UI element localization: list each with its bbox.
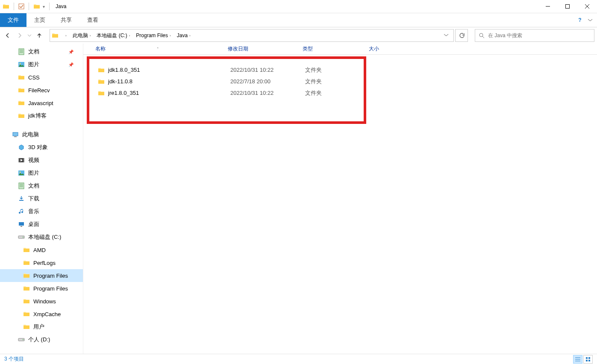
file-row[interactable]: jre1.8.0_351 2022/10/31 10:22 文件夹	[86, 87, 597, 99]
qat-dropdown-icon[interactable]: ▾	[43, 4, 45, 9]
window-title: Java	[56, 3, 66, 9]
navigation-bar: › 此电脑› 本地磁盘 (C:)› Program Files› Java›	[0, 27, 597, 44]
sidebar-item-javascript[interactable]: Javascript	[0, 97, 83, 109]
pin-icon: 📌	[68, 50, 74, 54]
sidebar-item-filerecv[interactable]: FileRecv	[0, 84, 83, 97]
svg-rect-28	[586, 360, 588, 361]
address-dropdown-button[interactable]	[441, 31, 452, 40]
sidebar-item-xmpcache[interactable]: XmpCache	[0, 308, 83, 320]
column-header-size[interactable]: 大小	[365, 45, 400, 53]
sidebar-item-program-files-x86[interactable]: Program Files	[0, 282, 83, 295]
folder-icon	[3, 3, 9, 10]
qat-folder-icon[interactable]	[33, 3, 40, 10]
content-area: 名称˄ 修改日期 类型 大小 jdk1.8.0_351 2022/10/31 1…	[83, 44, 597, 354]
sidebar-item-css[interactable]: CSS	[0, 71, 83, 84]
folder-icon	[52, 32, 59, 39]
folder-icon	[98, 90, 105, 97]
svg-rect-29	[588, 360, 590, 361]
tab-share[interactable]: 共享	[53, 13, 79, 27]
ribbon: 文件 主页 共享 查看 ?	[0, 13, 597, 27]
column-headers: 名称˄ 修改日期 类型 大小	[83, 44, 597, 55]
file-row[interactable]: jdk1.8.0_351 2022/10/31 10:22 文件夹	[86, 64, 597, 76]
sidebar-item-documents[interactable]: 文档📌	[0, 45, 83, 58]
breadcrumb-thispc[interactable]: 此电脑›	[70, 31, 94, 41]
sidebar-item-amd[interactable]: AMD	[0, 244, 83, 256]
svg-rect-27	[588, 357, 590, 359]
sidebar-item-perflogs[interactable]: PerfLogs	[0, 256, 83, 269]
folder-icon	[98, 67, 105, 73]
refresh-button[interactable]	[455, 29, 468, 42]
qat-checkbox-icon[interactable]	[18, 3, 24, 9]
sidebar-item-users[interactable]: 用户	[0, 320, 83, 333]
recent-dropdown-button[interactable]	[26, 30, 32, 41]
sidebar-item-3dobjects[interactable]: 3D 对象	[0, 141, 83, 154]
breadcrumb-drive-c[interactable]: 本地磁盘 (C:)›	[94, 31, 132, 41]
search-icon	[479, 32, 485, 38]
status-text: 3 个项目	[4, 355, 24, 363]
svg-rect-26	[586, 357, 588, 359]
sidebar-item-pictures[interactable]: 图片📌	[0, 58, 83, 71]
thumbnails-view-button[interactable]	[583, 355, 593, 364]
sidebar-item-thispc[interactable]: 此电脑	[0, 128, 83, 141]
minimize-button[interactable]	[538, 0, 558, 13]
search-input[interactable]	[488, 32, 591, 38]
sidebar-item-thispc-pictures[interactable]: 图片	[0, 167, 83, 179]
close-button[interactable]	[577, 0, 597, 13]
pin-icon: 📌	[68, 62, 74, 67]
sidebar-item-jdkblog[interactable]: jdk博客	[0, 109, 83, 122]
search-box[interactable]	[475, 29, 594, 42]
sidebar-item-music[interactable]: 音乐	[0, 205, 83, 218]
maximize-button[interactable]	[558, 0, 577, 13]
sidebar-item-windows[interactable]: Windows	[0, 295, 83, 308]
tab-home[interactable]: 主页	[26, 13, 53, 27]
file-list[interactable]: jdk1.8.0_351 2022/10/31 10:22 文件夹 jdk-11…	[83, 55, 597, 354]
svg-line-22	[482, 36, 484, 38]
tab-view[interactable]: 查看	[79, 13, 106, 27]
title-bar: ▾ Java	[0, 0, 597, 13]
sidebar-item-downloads[interactable]: 下载	[0, 192, 83, 205]
file-tab[interactable]: 文件	[0, 13, 26, 27]
forward-button[interactable]	[15, 30, 25, 41]
navigation-pane[interactable]: 文档📌 图片📌 CSS FileRecv Javascript jdk博客 此电…	[0, 44, 83, 354]
svg-point-21	[479, 33, 483, 37]
sidebar-item-program-files[interactable]: Program Files	[0, 269, 83, 282]
details-view-button[interactable]	[573, 355, 582, 364]
svg-rect-16	[19, 4, 24, 9]
sidebar-item-drive-c[interactable]: 本地磁盘 (C:)	[0, 231, 83, 244]
sidebar-item-thispc-documents[interactable]: 文档	[0, 179, 83, 192]
column-header-type[interactable]: 类型	[299, 45, 365, 53]
sidebar-item-videos[interactable]: 视频	[0, 154, 83, 167]
breadcrumb-program-files[interactable]: Program Files›	[133, 31, 173, 40]
svg-rect-18	[566, 5, 570, 9]
help-button[interactable]: ?	[576, 16, 584, 24]
breadcrumb-root-chevron[interactable]: ›	[61, 32, 69, 39]
sort-arrow-icon: ˄	[157, 47, 159, 51]
breadcrumb-java[interactable]: Java›	[174, 31, 193, 40]
file-row[interactable]: jdk-11.0.8 2022/7/18 20:00 文件夹	[86, 76, 597, 87]
back-button[interactable]	[3, 30, 13, 41]
folder-icon	[98, 78, 105, 85]
sidebar-item-drive-d[interactable]: 个人 (D:)	[0, 333, 83, 346]
address-bar[interactable]: › 此电脑› 本地磁盘 (C:)› Program Files› Java›	[50, 29, 454, 42]
status-bar: 3 个项目	[0, 354, 597, 364]
up-button[interactable]	[34, 30, 44, 41]
column-header-name[interactable]: 名称˄	[92, 45, 224, 53]
column-header-date[interactable]: 修改日期	[224, 45, 299, 53]
expand-ribbon-button[interactable]	[586, 16, 594, 24]
sidebar-item-desktop[interactable]: 桌面	[0, 218, 83, 231]
